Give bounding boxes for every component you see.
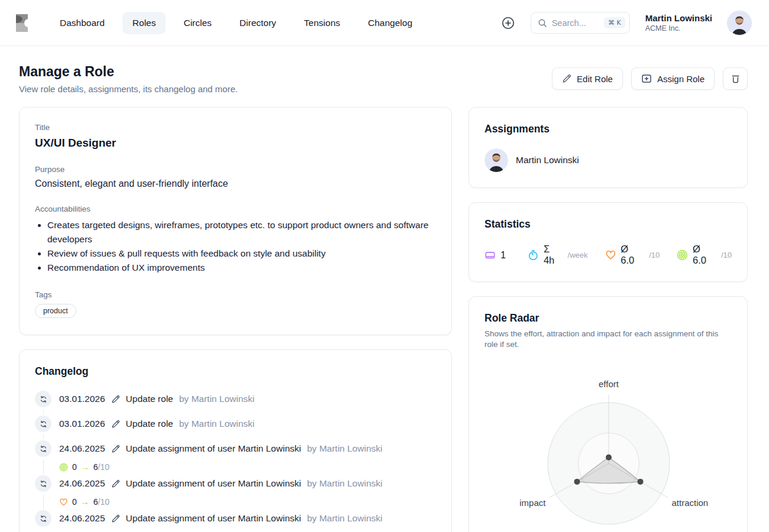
edit-role-label: Edit Role	[577, 74, 613, 84]
assignments-card: Assignments Martin Lowinski	[468, 107, 748, 188]
stat-impact: Ø 6.0/10	[677, 244, 732, 266]
pencil-icon	[111, 395, 120, 404]
tags-label: Tags	[35, 290, 436, 299]
nav-item-changelog[interactable]: Changelog	[358, 12, 422, 34]
role-radar-chart: effortattractionimpact	[484, 375, 733, 532]
main-nav: Dashboard Roles Circles Directory Tensio…	[50, 12, 422, 34]
accountabilities-label: Accountabilities	[35, 205, 436, 213]
user-avatar[interactable]	[728, 11, 751, 35]
entry-date: 24.06.2025	[59, 443, 105, 454]
entry-date: 24.06.2025	[59, 478, 105, 489]
person-avatar	[484, 148, 508, 172]
arrow-right-icon: →	[81, 497, 89, 507]
timeline-connector	[43, 494, 44, 509]
metric-to: 6/10	[93, 462, 109, 472]
entry-action: Update role	[126, 419, 173, 429]
create-button[interactable]	[501, 16, 515, 30]
changelog-entry: 03.01.2026 Update role by Martin Lowinsk…	[35, 416, 436, 440]
role-details-card: Title UX/UI Designer Purpose Consistent,…	[19, 107, 452, 335]
pencil-icon	[111, 420, 120, 429]
assignment-count-icon	[484, 249, 496, 261]
entry-date: 24.06.2025	[59, 513, 105, 524]
timeline-connector	[43, 459, 44, 474]
metric-from: 0	[72, 497, 77, 507]
search-icon	[538, 18, 547, 28]
plus-circle-icon	[501, 16, 515, 30]
user-name: Martin Lowinski	[645, 12, 712, 24]
search-input[interactable]	[552, 18, 599, 28]
target-icon	[59, 463, 68, 472]
timeline-connector	[43, 410, 44, 414]
pencil-icon	[111, 514, 120, 523]
assign-role-button[interactable]: Assign Role	[631, 67, 715, 90]
changelog-entry: 24.06.2025 Update assignment of user Mar…	[35, 475, 436, 510]
edit-role-button[interactable]: Edit Role	[552, 67, 623, 90]
changelog-entry: 24.06.2025 Update assignment of user Mar…	[35, 440, 436, 475]
changelog-card: Changelog 03.01.2026 Update role	[19, 349, 452, 532]
pencil-icon	[111, 445, 120, 453]
changelog-list: 03.01.2026 Update role by Martin Lowinsk…	[35, 391, 436, 532]
delete-role-button[interactable]	[723, 67, 748, 90]
stat-attraction: Ø 6.0/10	[605, 244, 660, 266]
changelog-entry: 24.06.2025 Update assignment of user Mar…	[35, 510, 436, 532]
role-radar-card: Role Radar Shows the effort, attraction …	[468, 296, 748, 532]
purpose-label: Purpose	[35, 165, 436, 174]
accountability-item: Creates targeted designs, wireframes, pr…	[47, 218, 436, 246]
entry-author[interactable]: by Martin Lowinski	[179, 419, 255, 429]
entry-action: Update assignment of user Martin Lowinsk…	[126, 478, 301, 489]
accountability-item: Review of issues & pull requests with fe…	[47, 246, 436, 261]
timer-icon	[528, 249, 539, 261]
svg-text:attraction: attraction	[672, 498, 709, 508]
target-icon	[677, 249, 688, 261]
timeline-connector	[43, 434, 44, 439]
assign-role-label: Assign Role	[657, 74, 705, 84]
assignment-person[interactable]: Martin Lowinski	[484, 148, 732, 172]
entry-action: Update assignment of user Martin Lowinsk…	[126, 443, 301, 454]
sync-icon	[35, 440, 51, 457]
tag-pill: product	[35, 304, 76, 318]
role-radar-title: Role Radar	[484, 312, 732, 325]
changelog-title: Changelog	[35, 365, 436, 378]
assignments-title: Assignments	[484, 123, 732, 135]
nav-item-roles[interactable]: Roles	[122, 12, 166, 34]
user-org: ACME Inc.	[645, 24, 712, 33]
sync-icon	[35, 391, 51, 407]
entry-date: 03.01.2026	[59, 394, 105, 404]
heart-icon	[605, 249, 616, 261]
nav-item-circles[interactable]: Circles	[173, 12, 221, 34]
entry-author[interactable]: by Martin Lowinski	[307, 513, 383, 524]
entry-date: 03.01.2026	[59, 419, 105, 429]
role-radar-subtitle: Shows the effort, attraction and impact …	[484, 329, 732, 350]
sync-icon	[35, 510, 51, 527]
stat-assignments: 1	[484, 249, 510, 261]
pencil-icon	[111, 479, 120, 488]
nav-item-dashboard[interactable]: Dashboard	[50, 12, 115, 34]
metric-from: 0	[72, 462, 77, 472]
pencil-icon	[562, 74, 571, 83]
accountability-item: Recommendation of UX improvements	[47, 261, 436, 275]
stat-effort: Σ 4h/week	[528, 244, 587, 266]
person-name: Martin Lowinski	[516, 155, 579, 166]
role-title: UX/UI Designer	[35, 137, 436, 150]
nav-item-tensions[interactable]: Tensions	[294, 12, 350, 34]
accountabilities-list: Creates targeted designs, wireframes, pr…	[35, 218, 436, 275]
entry-author[interactable]: by Martin Lowinski	[307, 478, 383, 489]
statistics-title: Statistics	[484, 218, 732, 231]
page-title: Manage a Role	[19, 64, 238, 80]
app-logo[interactable]	[15, 14, 28, 33]
top-navigation-bar: Dashboard Roles Circles Directory Tensio…	[0, 0, 769, 46]
trash-icon	[731, 74, 741, 84]
svg-text:impact: impact	[519, 498, 546, 508]
title-label: Title	[35, 123, 436, 132]
entry-author[interactable]: by Martin Lowinski	[179, 394, 255, 404]
entry-action: Update role	[126, 394, 173, 404]
sync-icon	[35, 416, 51, 432]
heart-icon	[59, 498, 68, 507]
nav-item-directory[interactable]: Directory	[230, 12, 286, 34]
statistics-card: Statistics 1 Σ 4h/week Ø 6.0/10	[468, 202, 748, 282]
user-menu[interactable]: Martin Lowinski ACME Inc.	[645, 12, 712, 34]
search-box[interactable]: ⌘ K	[531, 12, 630, 34]
metric-to: 6/10	[93, 497, 109, 507]
assign-icon	[641, 73, 652, 84]
entry-author[interactable]: by Martin Lowinski	[307, 443, 383, 454]
